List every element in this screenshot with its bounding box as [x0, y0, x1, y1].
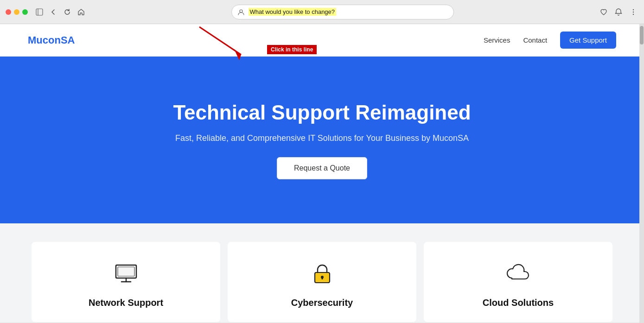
- browser-right-controls: [599, 7, 638, 17]
- traffic-lights: [6, 9, 28, 15]
- user-icon: [237, 8, 245, 16]
- svg-rect-14: [321, 277, 323, 279]
- svg-point-3: [633, 9, 634, 10]
- nav-services-link[interactable]: Services: [484, 36, 510, 44]
- hero-section: Technical Support Reimagined Fast, Relia…: [0, 57, 644, 223]
- address-bar-container: What would you like to change?: [91, 5, 594, 19]
- favorites-button[interactable]: [599, 7, 609, 17]
- navigation: MuconSA Services Contact Get Support: [0, 24, 644, 57]
- notifications-button[interactable]: [613, 7, 624, 17]
- menu-button[interactable]: [628, 7, 638, 17]
- service-card-network: Network Support: [32, 242, 220, 322]
- hero-subtitle: Fast, Reliable, and Comprehensive IT Sol…: [175, 133, 469, 143]
- cybersecurity-label: Cybersecurity: [291, 298, 353, 308]
- cloud-solutions-icon: [505, 260, 531, 288]
- browser-titlebar: What would you like to change?: [0, 0, 644, 24]
- svg-point-4: [633, 11, 634, 12]
- address-bar[interactable]: What would you like to change?: [231, 5, 454, 19]
- sidebar-toggle[interactable]: [34, 7, 45, 17]
- scrollbar[interactable]: [639, 24, 644, 323]
- nav-right: Services Contact Get Support: [484, 32, 616, 49]
- back-button[interactable]: [48, 7, 58, 17]
- hero-title: Technical Support Reimagined: [173, 101, 471, 124]
- network-support-label: Network Support: [89, 298, 163, 308]
- browser-window: What would you like to change?: [0, 0, 644, 323]
- request-quote-button[interactable]: Request a Quote: [277, 157, 367, 179]
- nav-contact-link[interactable]: Contact: [523, 36, 547, 44]
- refresh-button[interactable]: [62, 7, 72, 17]
- maximize-button[interactable]: [22, 9, 28, 15]
- svg-point-5: [633, 13, 634, 14]
- website: MuconSA Services Contact Get Support Tec…: [0, 24, 644, 322]
- browser-controls: [34, 7, 86, 17]
- home-button[interactable]: [76, 7, 86, 17]
- services-section: Network Support Cybersecurity: [0, 223, 644, 322]
- site-logo[interactable]: MuconSA: [28, 34, 75, 46]
- cloud-solutions-label: Cloud Solutions: [483, 298, 554, 308]
- close-button[interactable]: [6, 9, 11, 15]
- svg-rect-0: [36, 9, 43, 15]
- network-support-icon: [113, 260, 139, 288]
- service-card-cybersecurity: Cybersecurity: [228, 242, 416, 322]
- service-card-cloud: Cloud Solutions: [424, 242, 612, 322]
- get-support-button[interactable]: Get Support: [560, 32, 616, 49]
- svg-rect-11: [118, 267, 134, 276]
- cybersecurity-icon: [309, 260, 335, 288]
- minimize-button[interactable]: [14, 9, 19, 15]
- address-bar-text: What would you like to change?: [249, 8, 337, 16]
- svg-point-2: [240, 10, 242, 13]
